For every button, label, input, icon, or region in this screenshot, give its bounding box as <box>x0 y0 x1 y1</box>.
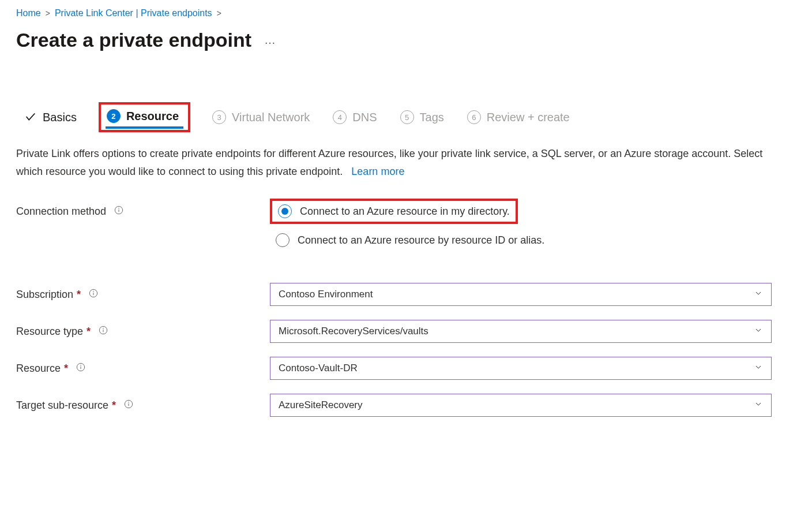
step-number-icon: 3 <box>212 110 226 124</box>
chevron-down-icon <box>754 363 763 375</box>
page-title-row: Create a private endpoint … <box>16 29 796 51</box>
more-actions-button[interactable]: … <box>264 33 277 47</box>
select-value: AzureSiteRecovery <box>279 399 363 411</box>
tab-label: Tags <box>420 111 444 124</box>
tab-resource[interactable]: 2 Resource <box>99 102 190 132</box>
radio-connect-directory[interactable]: Connect to an Azure resource in my direc… <box>270 199 518 224</box>
connection-method-label: Connection method <box>16 206 270 218</box>
breadcrumb-private-link-center[interactable]: Private Link Center | Private endpoints <box>55 8 212 18</box>
resource-type-row: Resource type * Microsoft.RecoveryServic… <box>16 320 772 343</box>
chevron-right-icon: > <box>217 9 221 18</box>
tab-label: Review + create <box>487 111 570 124</box>
svg-point-5 <box>93 291 94 292</box>
select-value: Microsoft.RecoveryServices/vaults <box>279 326 428 337</box>
step-number-icon: 2 <box>107 109 121 123</box>
subscription-select[interactable]: Contoso Environment <box>270 283 772 306</box>
chevron-down-icon <box>754 289 763 301</box>
page-title: Create a private endpoint <box>16 29 251 51</box>
tab-basics[interactable]: Basics <box>23 107 78 128</box>
tab-tags[interactable]: 5 Tags <box>399 107 445 128</box>
resource-type-label: Resource type * <box>16 326 270 338</box>
chevron-down-icon <box>754 399 763 412</box>
svg-point-2 <box>119 208 119 208</box>
svg-point-11 <box>81 365 81 365</box>
chevron-down-icon <box>754 326 763 338</box>
target-sub-resource-select[interactable]: AzureSiteRecovery <box>270 394 772 417</box>
radio-label: Connect to an Azure resource in my direc… <box>300 206 510 218</box>
target-sub-resource-row: Target sub-resource * AzureSiteRecovery <box>16 394 772 417</box>
breadcrumb: Home > Private Link Center | Private end… <box>16 8 796 18</box>
breadcrumb-home[interactable]: Home <box>16 8 41 18</box>
select-value: Contoso Environment <box>279 289 373 300</box>
resource-row: Resource * Contoso-Vault-DR <box>16 357 772 380</box>
step-number-icon: 5 <box>400 110 414 124</box>
tab-label: Virtual Network <box>232 111 310 124</box>
subscription-label: Subscription * <box>16 289 270 301</box>
info-icon[interactable] <box>99 326 108 338</box>
check-icon <box>24 110 37 125</box>
connection-method-row: Connection method Connect to an Azure re… <box>16 199 772 224</box>
radio-icon <box>276 233 290 247</box>
radio-icon <box>278 204 292 218</box>
required-asterisk: * <box>77 289 81 301</box>
connection-method-row-2: Connect to an Azure resource by resource… <box>16 230 772 251</box>
svg-point-8 <box>103 328 104 328</box>
required-asterisk: * <box>87 326 91 338</box>
required-asterisk: * <box>112 399 116 412</box>
select-value: Contoso-Vault-DR <box>279 363 358 374</box>
resource-type-select[interactable]: Microsoft.RecoveryServices/vaults <box>270 320 772 343</box>
tab-label: Basics <box>43 111 77 124</box>
tab-label: DNS <box>352 111 377 124</box>
required-asterisk: * <box>64 363 68 375</box>
subscription-row: Subscription * Contoso Environment <box>16 283 772 306</box>
resource-select[interactable]: Contoso-Vault-DR <box>270 357 772 380</box>
radio-label: Connect to an Azure resource by resource… <box>298 234 544 246</box>
info-icon[interactable] <box>76 363 85 375</box>
info-icon[interactable] <box>114 206 123 218</box>
tab-label: Resource <box>126 110 179 123</box>
svg-point-14 <box>129 402 129 402</box>
tab-review-create[interactable]: 6 Review + create <box>466 107 571 128</box>
tab-description: Private Link offers options to create pr… <box>16 145 766 180</box>
info-icon[interactable] <box>89 289 98 301</box>
learn-more-link[interactable]: Learn more <box>351 166 404 177</box>
chevron-right-icon: > <box>46 9 50 18</box>
wizard-tabs: Basics 2 Resource 3 Virtual Network 4 DN… <box>16 102 796 132</box>
step-number-icon: 6 <box>467 110 481 124</box>
resource-label: Resource * <box>16 363 270 375</box>
info-icon[interactable] <box>124 399 133 412</box>
resource-form: Connection method Connect to an Azure re… <box>16 199 772 417</box>
radio-connect-resource-id[interactable]: Connect to an Azure resource by resource… <box>270 230 550 251</box>
tab-virtual-network[interactable]: 3 Virtual Network <box>211 107 311 128</box>
target-sub-resource-label: Target sub-resource * <box>16 399 270 412</box>
tab-dns[interactable]: 4 DNS <box>332 107 378 128</box>
step-number-icon: 4 <box>333 110 347 124</box>
